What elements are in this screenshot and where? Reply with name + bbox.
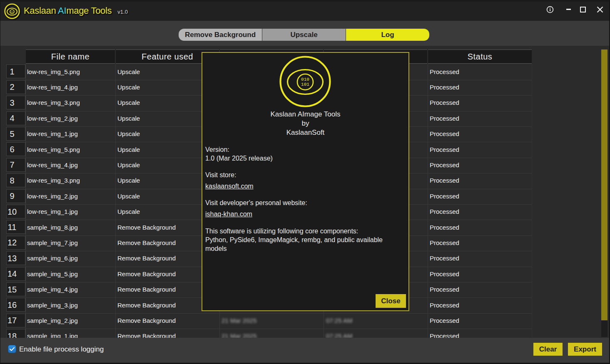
svg-text:010: 010 [301, 77, 309, 82]
svg-text:01: 01 [11, 11, 13, 13]
svg-text:101: 101 [301, 82, 309, 87]
